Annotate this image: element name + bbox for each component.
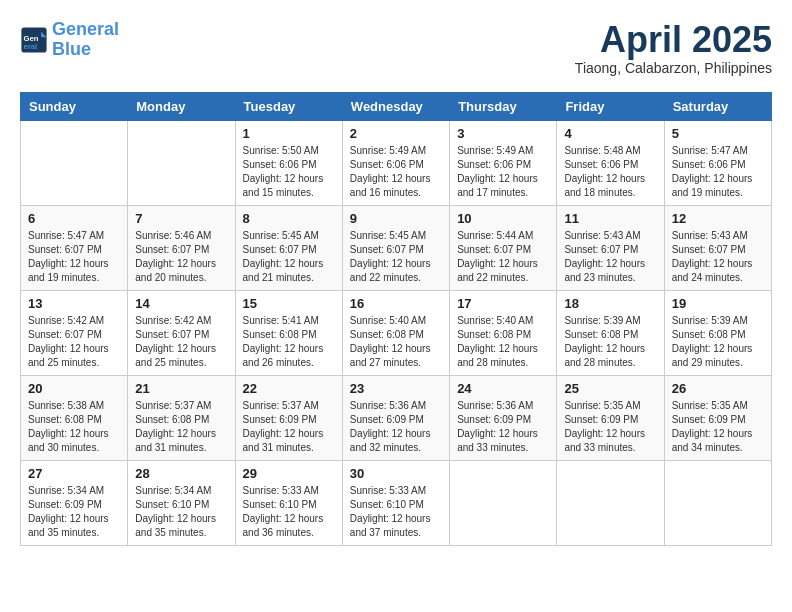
calendar-cell bbox=[21, 120, 128, 205]
day-number: 18 bbox=[564, 296, 656, 311]
day-info: Sunrise: 5:46 AM Sunset: 6:07 PM Dayligh… bbox=[135, 229, 227, 285]
day-info: Sunrise: 5:47 AM Sunset: 6:06 PM Dayligh… bbox=[672, 144, 764, 200]
calendar-cell: 13Sunrise: 5:42 AM Sunset: 6:07 PM Dayli… bbox=[21, 290, 128, 375]
calendar-week-row: 20Sunrise: 5:38 AM Sunset: 6:08 PM Dayli… bbox=[21, 375, 772, 460]
calendar-cell: 25Sunrise: 5:35 AM Sunset: 6:09 PM Dayli… bbox=[557, 375, 664, 460]
weekday-header-tuesday: Tuesday bbox=[235, 92, 342, 120]
calendar-week-row: 1Sunrise: 5:50 AM Sunset: 6:06 PM Daylig… bbox=[21, 120, 772, 205]
day-number: 12 bbox=[672, 211, 764, 226]
day-number: 3 bbox=[457, 126, 549, 141]
weekday-header-friday: Friday bbox=[557, 92, 664, 120]
day-number: 25 bbox=[564, 381, 656, 396]
day-number: 11 bbox=[564, 211, 656, 226]
calendar-cell: 20Sunrise: 5:38 AM Sunset: 6:08 PM Dayli… bbox=[21, 375, 128, 460]
logo-text: GeneralBlue bbox=[52, 20, 119, 60]
day-number: 10 bbox=[457, 211, 549, 226]
day-number: 27 bbox=[28, 466, 120, 481]
calendar-week-row: 6Sunrise: 5:47 AM Sunset: 6:07 PM Daylig… bbox=[21, 205, 772, 290]
day-info: Sunrise: 5:36 AM Sunset: 6:09 PM Dayligh… bbox=[350, 399, 442, 455]
day-info: Sunrise: 5:39 AM Sunset: 6:08 PM Dayligh… bbox=[564, 314, 656, 370]
day-info: Sunrise: 5:37 AM Sunset: 6:08 PM Dayligh… bbox=[135, 399, 227, 455]
day-number: 13 bbox=[28, 296, 120, 311]
page-header: Gen eral GeneralBlue April 2025 Tiaong, … bbox=[20, 20, 772, 76]
calendar-cell: 17Sunrise: 5:40 AM Sunset: 6:08 PM Dayli… bbox=[450, 290, 557, 375]
title-block: April 2025 Tiaong, Calabarzon, Philippin… bbox=[575, 20, 772, 76]
calendar-cell: 22Sunrise: 5:37 AM Sunset: 6:09 PM Dayli… bbox=[235, 375, 342, 460]
day-number: 2 bbox=[350, 126, 442, 141]
calendar-cell: 26Sunrise: 5:35 AM Sunset: 6:09 PM Dayli… bbox=[664, 375, 771, 460]
day-info: Sunrise: 5:35 AM Sunset: 6:09 PM Dayligh… bbox=[672, 399, 764, 455]
day-number: 20 bbox=[28, 381, 120, 396]
day-info: Sunrise: 5:42 AM Sunset: 6:07 PM Dayligh… bbox=[28, 314, 120, 370]
location: Tiaong, Calabarzon, Philippines bbox=[575, 60, 772, 76]
weekday-header-wednesday: Wednesday bbox=[342, 92, 449, 120]
day-info: Sunrise: 5:42 AM Sunset: 6:07 PM Dayligh… bbox=[135, 314, 227, 370]
calendar-cell: 16Sunrise: 5:40 AM Sunset: 6:08 PM Dayli… bbox=[342, 290, 449, 375]
day-info: Sunrise: 5:45 AM Sunset: 6:07 PM Dayligh… bbox=[243, 229, 335, 285]
day-number: 23 bbox=[350, 381, 442, 396]
day-number: 6 bbox=[28, 211, 120, 226]
day-number: 28 bbox=[135, 466, 227, 481]
calendar-cell: 6Sunrise: 5:47 AM Sunset: 6:07 PM Daylig… bbox=[21, 205, 128, 290]
calendar-cell: 18Sunrise: 5:39 AM Sunset: 6:08 PM Dayli… bbox=[557, 290, 664, 375]
calendar-header-row: SundayMondayTuesdayWednesdayThursdayFrid… bbox=[21, 92, 772, 120]
calendar-cell: 9Sunrise: 5:45 AM Sunset: 6:07 PM Daylig… bbox=[342, 205, 449, 290]
calendar-cell: 27Sunrise: 5:34 AM Sunset: 6:09 PM Dayli… bbox=[21, 460, 128, 545]
day-info: Sunrise: 5:49 AM Sunset: 6:06 PM Dayligh… bbox=[457, 144, 549, 200]
logo: Gen eral GeneralBlue bbox=[20, 20, 119, 60]
day-info: Sunrise: 5:39 AM Sunset: 6:08 PM Dayligh… bbox=[672, 314, 764, 370]
weekday-header-thursday: Thursday bbox=[450, 92, 557, 120]
calendar-cell: 30Sunrise: 5:33 AM Sunset: 6:10 PM Dayli… bbox=[342, 460, 449, 545]
day-number: 17 bbox=[457, 296, 549, 311]
svg-text:eral: eral bbox=[24, 42, 38, 51]
month-title: April 2025 bbox=[575, 20, 772, 60]
day-info: Sunrise: 5:45 AM Sunset: 6:07 PM Dayligh… bbox=[350, 229, 442, 285]
calendar-cell bbox=[664, 460, 771, 545]
calendar-cell: 15Sunrise: 5:41 AM Sunset: 6:08 PM Dayli… bbox=[235, 290, 342, 375]
day-info: Sunrise: 5:33 AM Sunset: 6:10 PM Dayligh… bbox=[350, 484, 442, 540]
calendar-cell bbox=[557, 460, 664, 545]
calendar-cell: 1Sunrise: 5:50 AM Sunset: 6:06 PM Daylig… bbox=[235, 120, 342, 205]
day-info: Sunrise: 5:38 AM Sunset: 6:08 PM Dayligh… bbox=[28, 399, 120, 455]
weekday-header-monday: Monday bbox=[128, 92, 235, 120]
day-info: Sunrise: 5:35 AM Sunset: 6:09 PM Dayligh… bbox=[564, 399, 656, 455]
calendar-cell: 12Sunrise: 5:43 AM Sunset: 6:07 PM Dayli… bbox=[664, 205, 771, 290]
day-number: 16 bbox=[350, 296, 442, 311]
calendar-cell: 5Sunrise: 5:47 AM Sunset: 6:06 PM Daylig… bbox=[664, 120, 771, 205]
day-number: 26 bbox=[672, 381, 764, 396]
day-number: 5 bbox=[672, 126, 764, 141]
calendar-cell: 23Sunrise: 5:36 AM Sunset: 6:09 PM Dayli… bbox=[342, 375, 449, 460]
day-info: Sunrise: 5:44 AM Sunset: 6:07 PM Dayligh… bbox=[457, 229, 549, 285]
day-info: Sunrise: 5:34 AM Sunset: 6:09 PM Dayligh… bbox=[28, 484, 120, 540]
day-number: 24 bbox=[457, 381, 549, 396]
calendar-cell: 7Sunrise: 5:46 AM Sunset: 6:07 PM Daylig… bbox=[128, 205, 235, 290]
calendar-cell: 10Sunrise: 5:44 AM Sunset: 6:07 PM Dayli… bbox=[450, 205, 557, 290]
calendar-cell: 28Sunrise: 5:34 AM Sunset: 6:10 PM Dayli… bbox=[128, 460, 235, 545]
day-info: Sunrise: 5:50 AM Sunset: 6:06 PM Dayligh… bbox=[243, 144, 335, 200]
weekday-header-saturday: Saturday bbox=[664, 92, 771, 120]
day-info: Sunrise: 5:43 AM Sunset: 6:07 PM Dayligh… bbox=[672, 229, 764, 285]
calendar-week-row: 27Sunrise: 5:34 AM Sunset: 6:09 PM Dayli… bbox=[21, 460, 772, 545]
day-number: 29 bbox=[243, 466, 335, 481]
day-number: 14 bbox=[135, 296, 227, 311]
calendar-cell: 29Sunrise: 5:33 AM Sunset: 6:10 PM Dayli… bbox=[235, 460, 342, 545]
day-info: Sunrise: 5:40 AM Sunset: 6:08 PM Dayligh… bbox=[457, 314, 549, 370]
calendar-cell bbox=[450, 460, 557, 545]
calendar-cell: 8Sunrise: 5:45 AM Sunset: 6:07 PM Daylig… bbox=[235, 205, 342, 290]
day-number: 9 bbox=[350, 211, 442, 226]
day-number: 19 bbox=[672, 296, 764, 311]
day-number: 8 bbox=[243, 211, 335, 226]
day-number: 22 bbox=[243, 381, 335, 396]
calendar-cell: 11Sunrise: 5:43 AM Sunset: 6:07 PM Dayli… bbox=[557, 205, 664, 290]
day-number: 4 bbox=[564, 126, 656, 141]
day-number: 7 bbox=[135, 211, 227, 226]
day-info: Sunrise: 5:41 AM Sunset: 6:08 PM Dayligh… bbox=[243, 314, 335, 370]
calendar-cell: 21Sunrise: 5:37 AM Sunset: 6:08 PM Dayli… bbox=[128, 375, 235, 460]
weekday-header-sunday: Sunday bbox=[21, 92, 128, 120]
calendar-table: SundayMondayTuesdayWednesdayThursdayFrid… bbox=[20, 92, 772, 546]
calendar-cell: 19Sunrise: 5:39 AM Sunset: 6:08 PM Dayli… bbox=[664, 290, 771, 375]
calendar-cell: 3Sunrise: 5:49 AM Sunset: 6:06 PM Daylig… bbox=[450, 120, 557, 205]
day-info: Sunrise: 5:43 AM Sunset: 6:07 PM Dayligh… bbox=[564, 229, 656, 285]
calendar-cell: 24Sunrise: 5:36 AM Sunset: 6:09 PM Dayli… bbox=[450, 375, 557, 460]
day-number: 1 bbox=[243, 126, 335, 141]
